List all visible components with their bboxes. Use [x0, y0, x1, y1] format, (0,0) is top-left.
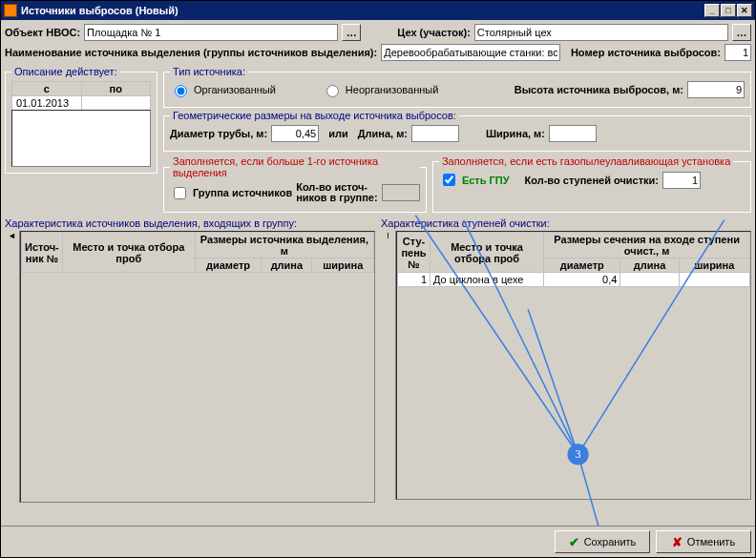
cancel-icon: ✘: [672, 535, 682, 549]
workshop-input[interactable]: [474, 24, 728, 41]
stages-input[interactable]: [662, 172, 701, 189]
gpu-legend: Заполняется, если есть газопылеулавливаю…: [439, 155, 733, 167]
type-legend: Тип источника:: [170, 66, 248, 77]
group-legend: Заполняется, если больше 1-го источника …: [170, 155, 420, 178]
number-input[interactable]: [724, 44, 751, 61]
unorganized-radio[interactable]: Неорганизованный: [322, 82, 438, 97]
left-grid-nav[interactable]: ◄: [5, 231, 20, 503]
period-table: с по 01.01.2013: [11, 81, 151, 111]
left-grid: Источ- ник № Место и точка отбора проб Р…: [21, 232, 374, 273]
name-label: Наименование источника выделения (группы…: [5, 47, 377, 58]
len-label: Длина, м:: [358, 128, 408, 139]
right-grid: Сту- пень № Место и точка отбора проб Ра…: [397, 232, 750, 287]
titlebar: Источники выбросов (Новый) _ □ ✕: [1, 1, 755, 20]
close-button[interactable]: ✕: [737, 4, 752, 17]
or-label: или: [328, 128, 348, 139]
save-button[interactable]: ✔ Сохранить: [555, 530, 650, 553]
workshop-browse-button[interactable]: …: [732, 24, 751, 41]
left-grid-legend: Характеристика источников выделения, вхо…: [5, 217, 375, 229]
group-count-label: Кол-во источ- ников в группе:: [296, 182, 377, 203]
len-input[interactable]: [411, 125, 459, 142]
object-browse-button[interactable]: …: [342, 24, 361, 41]
organized-radio[interactable]: Организованный: [170, 82, 276, 97]
group-checkbox[interactable]: Группа источников: [170, 184, 292, 202]
minimize-button[interactable]: _: [704, 4, 720, 17]
diam-input[interactable]: [271, 125, 319, 142]
name-input[interactable]: [381, 44, 560, 61]
check-icon: ✔: [569, 535, 579, 549]
geom-legend: Геометрические размеры на выходе источни…: [170, 110, 459, 121]
group-count-input[interactable]: [382, 184, 420, 201]
object-input[interactable]: [84, 24, 338, 41]
cancel-button[interactable]: ✘ Отменить: [656, 530, 751, 553]
app-icon: [4, 4, 17, 17]
number-label: Номер источника выбросов:: [571, 47, 721, 58]
stages-label: Кол-во ступеней очистки:: [525, 175, 659, 186]
gpu-checkbox[interactable]: Есть ГПУ: [439, 171, 510, 189]
period-col-to: по: [81, 82, 151, 96]
object-label: Объект НВОС:: [5, 27, 80, 38]
height-input[interactable]: [687, 81, 745, 98]
period-to-cell[interactable]: [81, 96, 151, 111]
period-from-cell[interactable]: 01.01.2013: [12, 96, 82, 111]
window-title: Источники выбросов (Новый): [21, 5, 704, 16]
height-label: Высота источника выбросов, м:: [514, 84, 683, 95]
period-col-from: с: [12, 82, 82, 96]
maximize-button[interactable]: □: [721, 4, 736, 17]
table-row[interactable]: 1 До циклона в цехе 0,4: [398, 273, 750, 287]
wid-input[interactable]: [549, 125, 597, 142]
period-legend: Описание действует:: [11, 66, 120, 77]
right-grid-legend: Характеристика ступеней очистки:: [381, 217, 751, 229]
right-grid-nav[interactable]: I: [381, 231, 396, 500]
diam-label: Диаметр трубы, м:: [170, 128, 267, 139]
workshop-label: Цех (участок):: [397, 27, 471, 38]
wid-label: Ширина, м:: [486, 128, 545, 139]
